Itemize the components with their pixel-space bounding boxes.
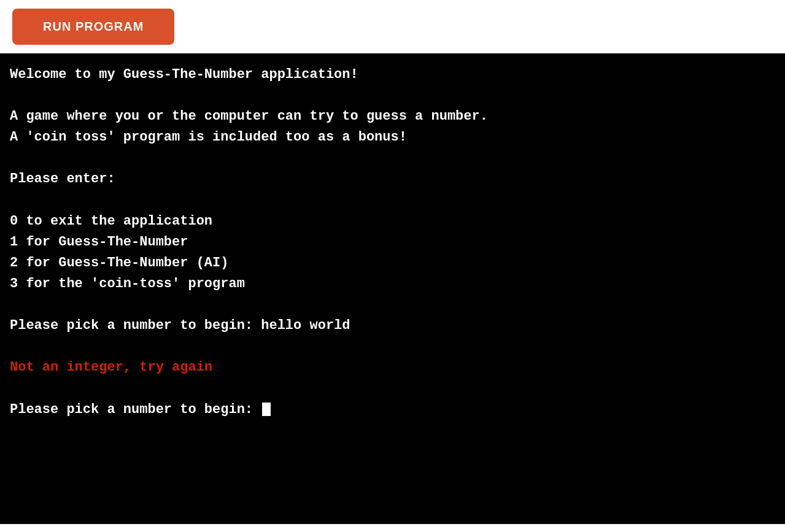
terminal-blank-line	[10, 190, 775, 211]
terminal-line: 2 for Guess-The-Number (AI)	[10, 253, 775, 274]
terminal-input-line: Please pick a number to begin:	[10, 399, 775, 420]
terminal-line: Welcome to my Guess-The-Number applicati…	[10, 64, 775, 85]
header-bar: RUN PROGRAM	[0, 0, 785, 53]
terminal: Welcome to my Guess-The-Number applicati…	[0, 53, 785, 524]
terminal-blank-line	[10, 148, 775, 169]
terminal-line: A game where you or the computer can try…	[10, 106, 775, 127]
terminal-line: A 'coin toss' program is included too as…	[10, 127, 775, 148]
terminal-blank-line	[10, 336, 775, 357]
terminal-blank-line	[10, 378, 775, 399]
terminal-blank-line	[10, 295, 775, 315]
terminal-line: Not an integer, try again	[10, 357, 775, 378]
terminal-line: 3 for the 'coin-toss' program	[10, 274, 775, 295]
terminal-line: Please enter:	[10, 169, 775, 190]
terminal-blank-line	[10, 85, 775, 106]
terminal-line: 1 for Guess-The-Number	[10, 232, 775, 253]
terminal-line: Please pick a number to begin: hello wor…	[10, 315, 775, 336]
terminal-line: 0 to exit the application	[10, 211, 775, 232]
run-program-button[interactable]: RUN PROGRAM	[12, 9, 174, 45]
terminal-cursor	[262, 403, 271, 416]
